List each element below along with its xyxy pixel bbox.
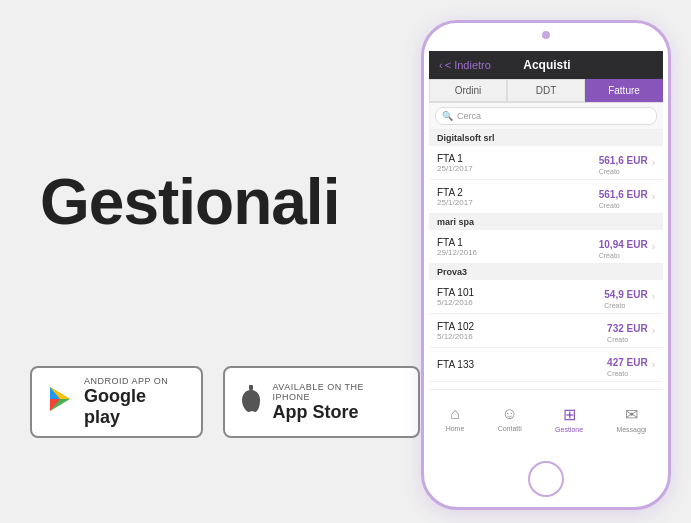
invoice-status: Creato <box>607 336 648 343</box>
company-header: Prova3 <box>429 264 663 280</box>
google-play-text: ANDROID APP ON Google play <box>84 376 187 428</box>
invoice-amount: 10,94 EUR <box>599 239 648 250</box>
invoice-amount: 54,9 EUR <box>604 289 647 300</box>
nav-item-messaggi[interactable]: ✉ Messaggi <box>616 405 646 433</box>
invoice-amount-block: 732 EUR Creato <box>607 318 648 343</box>
invoice-item[interactable]: FTA 1 29/12/2016 10,94 EUR Creato › <box>429 230 663 264</box>
invoice-date: 29/12/2016 <box>437 248 477 257</box>
screen-title: Acquisti <box>523 58 570 72</box>
volume-silent-button <box>421 93 423 117</box>
invoice-info: FTA 1 25/1/2017 <box>437 153 473 173</box>
invoice-date: 25/1/2017 <box>437 164 473 173</box>
invoice-amount-block: 561,6 EUR Creato <box>599 150 648 175</box>
invoice-right: 427 EUR Creato › <box>607 352 655 377</box>
nav-label-home: Home <box>446 425 465 432</box>
invoice-right: 732 EUR Creato › <box>607 318 655 343</box>
invoice-item[interactable]: FTA 102 5/12/2016 732 EUR Creato › <box>429 314 663 348</box>
chevron-icon: › <box>652 191 655 202</box>
invoice-right: 561,6 EUR Creato › <box>599 184 655 209</box>
invoice-amount: 561,6 EUR <box>599 189 648 200</box>
app-store-small: Available on the iPhone <box>273 382 404 402</box>
google-play-badge[interactable]: ANDROID APP ON Google play <box>30 366 203 438</box>
chevron-icon: › <box>652 359 655 370</box>
invoice-status: Creato <box>607 370 648 377</box>
search-placeholder: Cerca <box>457 111 481 121</box>
search-bar: 🔍 Cerca <box>429 103 663 130</box>
invoice-date: 5/12/2016 <box>437 332 474 341</box>
nav-item-contatti[interactable]: ☺ Contatti <box>498 405 522 432</box>
invoice-date: 25/1/2017 <box>437 198 473 207</box>
invoice-list: Digitalsoft srl FTA 1 25/1/2017 561,6 EU… <box>429 130 663 382</box>
apple-icon <box>239 385 263 420</box>
app-store-badge[interactable]: Available on the iPhone App Store <box>223 366 420 438</box>
invoice-code: FTA 101 <box>437 287 474 298</box>
google-play-large: Google play <box>84 386 187 428</box>
home-button[interactable] <box>528 461 564 497</box>
back-label: < Indietro <box>445 59 491 71</box>
invoice-item[interactable]: FTA 101 5/12/2016 54,9 EUR Creato › <box>429 280 663 314</box>
invoice-amount: 427 EUR <box>607 357 648 368</box>
screen-header: ‹ < Indietro Acquisti <box>429 51 663 79</box>
google-play-icon <box>46 385 74 420</box>
bottom-nav: ⌂ Home ☺ Contatti ⊞ Gestione ✉ Messaggi <box>429 389 663 447</box>
invoice-item[interactable]: FTA 133 427 EUR Creato › <box>429 348 663 382</box>
invoice-info: FTA 2 25/1/2017 <box>437 187 473 207</box>
invoice-date: 5/12/2016 <box>437 298 474 307</box>
phone-screen: ‹ < Indietro Acquisti Ordini DDT Fatture… <box>429 51 663 447</box>
nav-icon-messaggi: ✉ <box>625 405 638 424</box>
nav-icon-home: ⌂ <box>450 405 460 423</box>
chevron-icon: › <box>652 291 655 302</box>
search-icon: 🔍 <box>442 111 453 121</box>
app-store-large: App Store <box>273 402 404 423</box>
nav-icon-gestione: ⊞ <box>563 405 576 424</box>
invoice-amount: 732 EUR <box>607 323 648 334</box>
invoice-code: FTA 102 <box>437 321 474 332</box>
chevron-icon: › <box>652 325 655 336</box>
invoice-code: FTA 1 <box>437 153 473 164</box>
phone-mockup: ‹ < Indietro Acquisti Ordini DDT Fatture… <box>421 20 671 510</box>
company-header: Digitalsoft srl <box>429 130 663 146</box>
invoice-info: FTA 133 <box>437 359 474 370</box>
invoice-status: Creato <box>604 302 647 309</box>
search-input[interactable]: 🔍 Cerca <box>435 107 657 125</box>
invoice-info: FTA 1 29/12/2016 <box>437 237 477 257</box>
google-play-small: ANDROID APP ON <box>84 376 187 386</box>
invoice-amount-block: 10,94 EUR Creato <box>599 234 648 259</box>
nav-icon-contatti: ☺ <box>502 405 518 423</box>
chevron-icon: › <box>652 157 655 168</box>
invoice-info: FTA 102 5/12/2016 <box>437 321 474 341</box>
invoice-status: Creato <box>599 168 648 175</box>
tab-fatture[interactable]: Fatture <box>585 79 663 102</box>
invoice-amount-block: 54,9 EUR Creato <box>604 284 647 309</box>
nav-label-gestione: Gestione <box>555 426 583 433</box>
nav-label-messaggi: Messaggi <box>616 426 646 433</box>
app-store-text: Available on the iPhone App Store <box>273 382 404 423</box>
invoice-code: FTA 2 <box>437 187 473 198</box>
invoice-item[interactable]: FTA 1 25/1/2017 561,6 EUR Creato › <box>429 146 663 180</box>
invoice-code: FTA 133 <box>437 359 474 370</box>
company-header: mari spa <box>429 214 663 230</box>
tab-ddt[interactable]: DDT <box>507 79 585 102</box>
tab-ordini[interactable]: Ordini <box>429 79 507 102</box>
invoice-code: FTA 1 <box>437 237 477 248</box>
invoice-status: Creato <box>599 202 648 209</box>
invoice-right: 561,6 EUR Creato › <box>599 150 655 175</box>
tab-bar: Ordini DDT Fatture <box>429 79 663 103</box>
invoice-amount: 561,6 EUR <box>599 155 648 166</box>
phone-frame: ‹ < Indietro Acquisti Ordini DDT Fatture… <box>421 20 671 510</box>
nav-label-contatti: Contatti <box>498 425 522 432</box>
invoice-info: FTA 101 5/12/2016 <box>437 287 474 307</box>
volume-up-button <box>421 128 423 158</box>
back-button[interactable]: ‹ < Indietro <box>439 59 491 71</box>
nav-item-home[interactable]: ⌂ Home <box>446 405 465 432</box>
volume-down-button <box>421 168 423 198</box>
invoice-right: 54,9 EUR Creato › <box>604 284 655 309</box>
left-section: Gestionali ANDROID APP ON Google play <box>0 0 420 523</box>
invoice-amount-block: 561,6 EUR Creato <box>599 184 648 209</box>
svg-rect-4 <box>249 385 253 390</box>
invoice-item[interactable]: FTA 2 25/1/2017 561,6 EUR Creato › <box>429 180 663 214</box>
invoice-status: Creato <box>599 252 648 259</box>
power-button <box>669 103 671 153</box>
invoice-amount-block: 427 EUR Creato <box>607 352 648 377</box>
nav-item-gestione[interactable]: ⊞ Gestione <box>555 405 583 433</box>
